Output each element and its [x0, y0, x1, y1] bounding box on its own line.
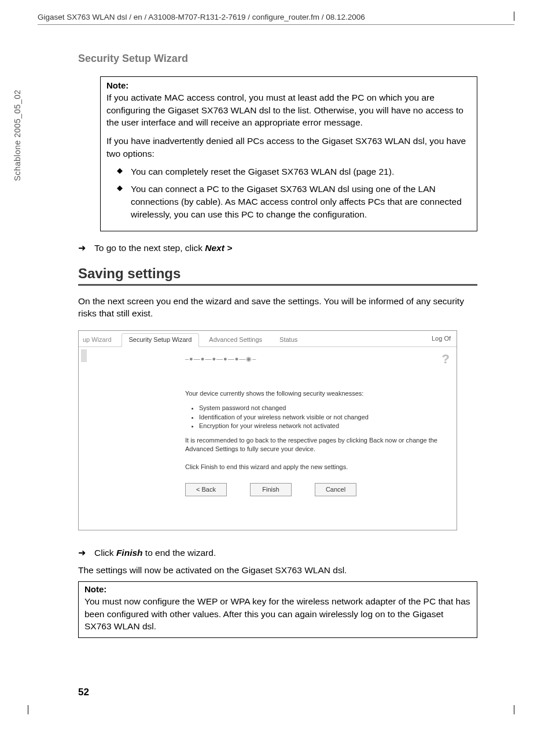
arrow-icon: ➜: [78, 242, 90, 255]
document-header: Gigaset SX763 WLAN dsl / en / A31008-M70…: [38, 13, 514, 25]
finish-instruction: Click Finish to end this wizard and appl…: [185, 463, 445, 471]
list-item: Encryption for your wireless network not…: [199, 422, 445, 430]
instruction-arrow-line: ➜ To go to the next step, click Next >: [78, 242, 477, 255]
list-item: System password not changed: [199, 404, 445, 412]
crop-mark: [514, 705, 514, 714]
weakness-heading: Your device currently shows the followin…: [185, 389, 445, 398]
wizard-stepper: –●—●—●—●—●—◉–: [185, 355, 445, 363]
note-paragraph: If you have inadvertently denied all PCs…: [106, 135, 471, 160]
list-item: You can completely reset the Gigaset SX7…: [117, 165, 471, 178]
weakness-list: System password not changed Identificati…: [185, 404, 445, 431]
tab-bar: up Wizard Security Setup Wizard Advanced…: [79, 331, 457, 347]
logoff-link[interactable]: Log Of: [432, 335, 451, 342]
back-button[interactable]: < Back: [185, 483, 227, 496]
crop-mark: [28, 705, 28, 714]
help-icon[interactable]: ?: [442, 352, 450, 367]
note-box-2: Note: You must now configure the WEP or …: [78, 581, 477, 638]
note-box-1: Note: If you activate MAC access control…: [100, 76, 477, 231]
body-paragraph: On the next screen you end the wizard an…: [78, 295, 477, 320]
instruction-arrow-line: ➜ Click Finish to end the wizard.: [78, 547, 477, 559]
note-paragraph: You must now configure the WEP or WPA ke…: [84, 595, 471, 633]
page-number: 52: [78, 687, 89, 698]
list-item: Identification of your wireless network …: [199, 413, 445, 422]
tab-status[interactable]: Status: [272, 333, 305, 346]
section-subtitle: Security Setup Wizard: [78, 53, 477, 65]
instruction-text: Click Finish to end the wizard.: [94, 547, 216, 559]
router-ui-screenshot: up Wizard Security Setup Wizard Advanced…: [78, 330, 457, 530]
cancel-button[interactable]: Cancel: [315, 483, 356, 496]
note-title: Note:: [84, 584, 471, 594]
note-paragraph: If you activate MAC access control, you …: [106, 91, 471, 129]
sidebar-indicator: [81, 349, 87, 362]
tab-security-setup-wizard[interactable]: Security Setup Wizard: [122, 333, 200, 347]
recommendation-text: It is recommended to go back to the resp…: [185, 436, 445, 453]
body-paragraph: The settings will now be activated on th…: [78, 564, 477, 577]
instruction-text: To go to the next step, click Next >: [94, 242, 232, 255]
crop-mark: [514, 12, 514, 21]
header-path: Gigaset SX763 WLAN dsl / en / A31008-M70…: [38, 13, 365, 21]
template-label-vertical: Schablone 2005_05_02: [13, 90, 22, 181]
note-option-list: You can completely reset the Gigaset SX7…: [106, 165, 471, 220]
tab-advanced-settings[interactable]: Advanced Settings: [201, 333, 270, 346]
list-item: You can connect a PC to the Gigaset SX76…: [117, 183, 471, 220]
finish-button[interactable]: Finish: [250, 483, 292, 496]
arrow-icon: ➜: [78, 547, 90, 559]
tab-setup-wizard[interactable]: up Wizard: [79, 333, 119, 346]
heading-saving-settings: Saving settings: [78, 265, 477, 286]
note-title: Note:: [106, 80, 471, 90]
